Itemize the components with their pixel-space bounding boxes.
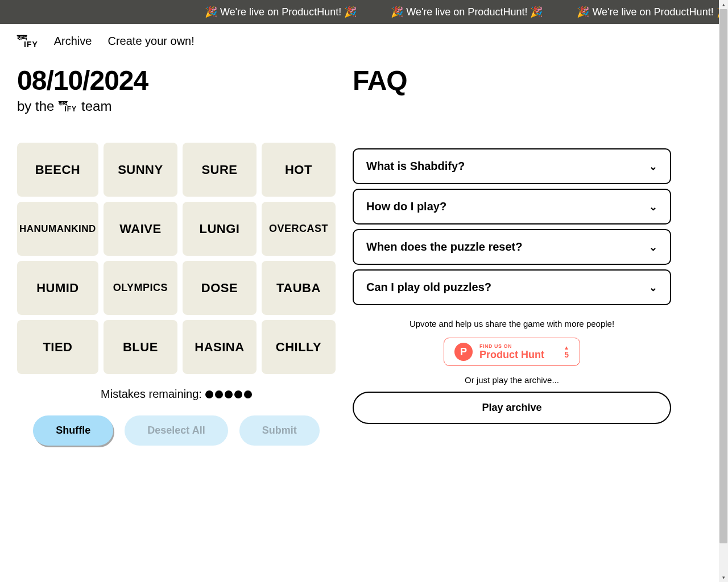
submit-button[interactable]: Submit [239, 415, 320, 446]
announcement-bar[interactable]: 🎉 We're live on ProductHunt! 🎉 🎉 We're l… [0, 0, 728, 24]
chevron-down-icon: ⌄ [649, 241, 657, 253]
scrollbar-thumb[interactable] [719, 9, 727, 543]
mistakes-label: Mistakes remaining: [101, 388, 202, 401]
ph-vote: ▲ 5 [564, 345, 569, 359]
word-tile[interactable]: WAIVE [104, 202, 177, 256]
byline-logo: शब्द IFY [57, 101, 78, 113]
faq-list: What is Shabdify? ⌄ How do I play? ⌄ Whe… [353, 148, 671, 305]
ph-find-label: FIND US ON [479, 343, 557, 349]
faq-item[interactable]: When does the puzzle reset? ⌄ [353, 229, 671, 265]
word-tile[interactable]: HOT [262, 143, 336, 197]
chevron-down-icon: ⌄ [649, 281, 657, 294]
mistakes-remaining: Mistakes remaining: [17, 388, 336, 401]
controls: Shuffle Deselect All Submit [17, 415, 336, 446]
word-tile[interactable]: CHILLY [262, 320, 336, 374]
upvote-text: Upvote and help us share the game with m… [353, 319, 671, 329]
header: शब्द IFY Archive Create your own! [0, 24, 728, 53]
deselect-all-button[interactable]: Deselect All [125, 415, 228, 446]
play-archive-button[interactable]: Play archive [353, 392, 671, 424]
word-tile[interactable]: SUNNY [104, 143, 177, 197]
dot-icon [234, 390, 242, 398]
faq-title: FAQ [353, 65, 671, 96]
word-tile[interactable]: OVERCAST [262, 202, 336, 256]
chevron-down-icon: ⌄ [649, 201, 657, 213]
ph-name: Product Hunt [479, 349, 557, 361]
shuffle-button[interactable]: Shuffle [33, 415, 113, 446]
word-tile[interactable]: TAUBA [262, 261, 336, 315]
faq-item[interactable]: Can I play old puzzles? ⌄ [353, 269, 671, 305]
or-text: Or just play the archive... [353, 375, 671, 385]
ph-vote-count: 5 [564, 351, 569, 359]
faq-question: What is Shabdify? [366, 160, 465, 173]
word-tile[interactable]: HASINA [183, 320, 257, 374]
faq-question: How do I play? [366, 200, 446, 213]
word-tile[interactable]: DOSE [183, 261, 257, 315]
announcement-text: 🎉 We're live on ProductHunt! 🎉 [205, 6, 357, 18]
scrollbar[interactable]: ▴ ▾ [719, 0, 728, 582]
dot-icon [205, 390, 213, 398]
puzzle-date: 08/10/2024 [17, 65, 336, 96]
logo-bottom: IFY [17, 40, 38, 49]
word-tile[interactable]: TIED [17, 320, 98, 374]
faq-question: Can I play old puzzles? [366, 281, 491, 294]
faq-item[interactable]: What is Shabdify? ⌄ [353, 148, 671, 184]
mistakes-dots [205, 390, 252, 398]
dot-icon [244, 390, 252, 398]
faq-question: When does the puzzle reset? [366, 240, 522, 253]
faq-item[interactable]: How do I play? ⌄ [353, 189, 671, 225]
nav-create-link[interactable]: Create your own! [107, 35, 194, 48]
word-tile[interactable]: BLUE [104, 320, 177, 374]
dot-icon [215, 390, 223, 398]
word-tile[interactable]: OLYMPICS [104, 261, 177, 315]
announcement-text: 🎉 We're live on ProductHunt! 🎉 [577, 6, 728, 18]
scroll-up-icon[interactable]: ▴ [719, 0, 728, 9]
word-tile[interactable]: HANUMANKIND [17, 202, 98, 256]
logo[interactable]: शब्द IFY [17, 34, 38, 48]
producthunt-badge[interactable]: P FIND US ON Product Hunt ▲ 5 [444, 338, 580, 366]
byline-prefix: by the [17, 98, 54, 114]
word-tile[interactable]: LUNGI [183, 202, 257, 256]
producthunt-icon: P [454, 343, 473, 361]
scroll-down-icon[interactable]: ▾ [719, 573, 728, 582]
byline: by the शब्द IFY team [17, 98, 336, 114]
word-tile[interactable]: HUMID [17, 261, 98, 315]
chevron-down-icon: ⌄ [649, 160, 657, 173]
dot-icon [225, 390, 233, 398]
word-grid: BEECH SUNNY SURE HOT HANUMANKIND WAIVE L… [17, 143, 336, 374]
byline-suffix: team [81, 98, 111, 114]
word-tile[interactable]: BEECH [17, 143, 98, 197]
announcement-text: 🎉 We're live on ProductHunt! 🎉 [391, 6, 543, 18]
word-tile[interactable]: SURE [183, 143, 257, 197]
nav-archive-link[interactable]: Archive [54, 35, 92, 48]
